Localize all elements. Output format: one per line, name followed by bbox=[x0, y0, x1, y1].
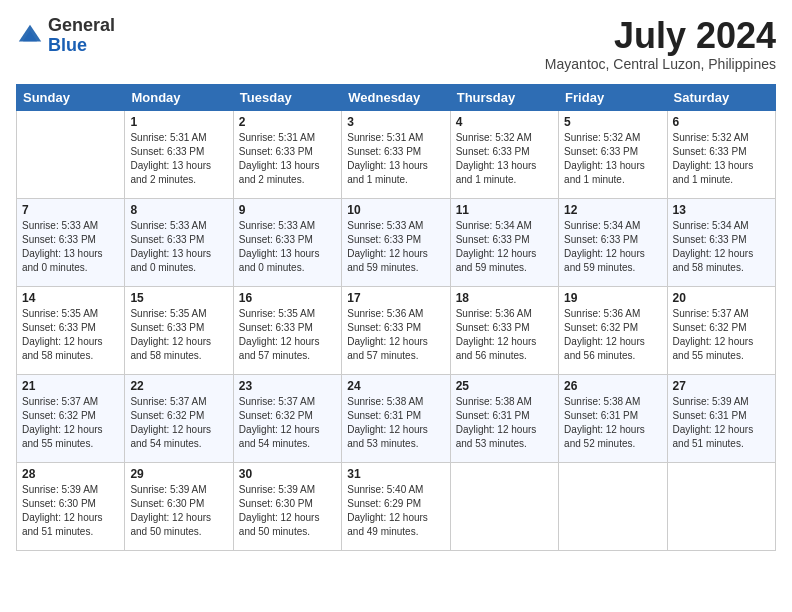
day-number: 26 bbox=[564, 379, 661, 393]
calendar-week-row: 28Sunrise: 5:39 AM Sunset: 6:30 PM Dayli… bbox=[17, 462, 776, 550]
calendar-table: SundayMondayTuesdayWednesdayThursdayFrid… bbox=[16, 84, 776, 551]
day-info: Sunrise: 5:39 AM Sunset: 6:30 PM Dayligh… bbox=[239, 483, 336, 539]
day-info: Sunrise: 5:33 AM Sunset: 6:33 PM Dayligh… bbox=[347, 219, 444, 275]
day-number: 3 bbox=[347, 115, 444, 129]
page-header: General Blue July 2024 Mayantoc, Central… bbox=[16, 16, 776, 72]
day-number: 21 bbox=[22, 379, 119, 393]
calendar-cell: 23Sunrise: 5:37 AM Sunset: 6:32 PM Dayli… bbox=[233, 374, 341, 462]
calendar-cell: 6Sunrise: 5:32 AM Sunset: 6:33 PM Daylig… bbox=[667, 110, 775, 198]
day-number: 22 bbox=[130, 379, 227, 393]
day-info: Sunrise: 5:37 AM Sunset: 6:32 PM Dayligh… bbox=[130, 395, 227, 451]
day-info: Sunrise: 5:31 AM Sunset: 6:33 PM Dayligh… bbox=[130, 131, 227, 187]
day-number: 13 bbox=[673, 203, 770, 217]
day-info: Sunrise: 5:33 AM Sunset: 6:33 PM Dayligh… bbox=[22, 219, 119, 275]
logo-general: General bbox=[48, 15, 115, 35]
weekday-header-wednesday: Wednesday bbox=[342, 84, 450, 110]
day-info: Sunrise: 5:35 AM Sunset: 6:33 PM Dayligh… bbox=[22, 307, 119, 363]
day-number: 8 bbox=[130, 203, 227, 217]
calendar-cell: 14Sunrise: 5:35 AM Sunset: 6:33 PM Dayli… bbox=[17, 286, 125, 374]
day-info: Sunrise: 5:36 AM Sunset: 6:33 PM Dayligh… bbox=[347, 307, 444, 363]
day-number: 10 bbox=[347, 203, 444, 217]
calendar-cell: 3Sunrise: 5:31 AM Sunset: 6:33 PM Daylig… bbox=[342, 110, 450, 198]
logo-icon bbox=[16, 22, 44, 50]
day-number: 17 bbox=[347, 291, 444, 305]
day-info: Sunrise: 5:40 AM Sunset: 6:29 PM Dayligh… bbox=[347, 483, 444, 539]
day-number: 30 bbox=[239, 467, 336, 481]
calendar-cell: 16Sunrise: 5:35 AM Sunset: 6:33 PM Dayli… bbox=[233, 286, 341, 374]
month-title: July 2024 bbox=[545, 16, 776, 56]
calendar-cell: 1Sunrise: 5:31 AM Sunset: 6:33 PM Daylig… bbox=[125, 110, 233, 198]
day-info: Sunrise: 5:39 AM Sunset: 6:31 PM Dayligh… bbox=[673, 395, 770, 451]
day-info: Sunrise: 5:32 AM Sunset: 6:33 PM Dayligh… bbox=[456, 131, 553, 187]
calendar-cell bbox=[559, 462, 667, 550]
day-number: 18 bbox=[456, 291, 553, 305]
weekday-header-saturday: Saturday bbox=[667, 84, 775, 110]
day-number: 1 bbox=[130, 115, 227, 129]
day-number: 25 bbox=[456, 379, 553, 393]
day-info: Sunrise: 5:34 AM Sunset: 6:33 PM Dayligh… bbox=[673, 219, 770, 275]
logo: General Blue bbox=[16, 16, 115, 56]
day-info: Sunrise: 5:37 AM Sunset: 6:32 PM Dayligh… bbox=[673, 307, 770, 363]
day-info: Sunrise: 5:37 AM Sunset: 6:32 PM Dayligh… bbox=[239, 395, 336, 451]
calendar-cell: 9Sunrise: 5:33 AM Sunset: 6:33 PM Daylig… bbox=[233, 198, 341, 286]
calendar-cell: 18Sunrise: 5:36 AM Sunset: 6:33 PM Dayli… bbox=[450, 286, 558, 374]
calendar-cell: 11Sunrise: 5:34 AM Sunset: 6:33 PM Dayli… bbox=[450, 198, 558, 286]
calendar-cell: 13Sunrise: 5:34 AM Sunset: 6:33 PM Dayli… bbox=[667, 198, 775, 286]
day-number: 24 bbox=[347, 379, 444, 393]
day-number: 20 bbox=[673, 291, 770, 305]
weekday-header-thursday: Thursday bbox=[450, 84, 558, 110]
calendar-week-row: 21Sunrise: 5:37 AM Sunset: 6:32 PM Dayli… bbox=[17, 374, 776, 462]
day-number: 16 bbox=[239, 291, 336, 305]
logo-text: General Blue bbox=[48, 16, 115, 56]
day-info: Sunrise: 5:36 AM Sunset: 6:33 PM Dayligh… bbox=[456, 307, 553, 363]
calendar-week-row: 7Sunrise: 5:33 AM Sunset: 6:33 PM Daylig… bbox=[17, 198, 776, 286]
weekday-header-row: SundayMondayTuesdayWednesdayThursdayFrid… bbox=[17, 84, 776, 110]
weekday-header-monday: Monday bbox=[125, 84, 233, 110]
calendar-cell bbox=[450, 462, 558, 550]
day-number: 28 bbox=[22, 467, 119, 481]
calendar-cell: 24Sunrise: 5:38 AM Sunset: 6:31 PM Dayli… bbox=[342, 374, 450, 462]
calendar-cell: 5Sunrise: 5:32 AM Sunset: 6:33 PM Daylig… bbox=[559, 110, 667, 198]
day-number: 31 bbox=[347, 467, 444, 481]
weekday-header-friday: Friday bbox=[559, 84, 667, 110]
day-info: Sunrise: 5:38 AM Sunset: 6:31 PM Dayligh… bbox=[564, 395, 661, 451]
day-number: 27 bbox=[673, 379, 770, 393]
weekday-header-sunday: Sunday bbox=[17, 84, 125, 110]
day-info: Sunrise: 5:37 AM Sunset: 6:32 PM Dayligh… bbox=[22, 395, 119, 451]
title-block: July 2024 Mayantoc, Central Luzon, Phili… bbox=[545, 16, 776, 72]
day-info: Sunrise: 5:34 AM Sunset: 6:33 PM Dayligh… bbox=[456, 219, 553, 275]
calendar-cell: 27Sunrise: 5:39 AM Sunset: 6:31 PM Dayli… bbox=[667, 374, 775, 462]
calendar-cell: 2Sunrise: 5:31 AM Sunset: 6:33 PM Daylig… bbox=[233, 110, 341, 198]
calendar-cell: 12Sunrise: 5:34 AM Sunset: 6:33 PM Dayli… bbox=[559, 198, 667, 286]
calendar-cell: 10Sunrise: 5:33 AM Sunset: 6:33 PM Dayli… bbox=[342, 198, 450, 286]
day-number: 23 bbox=[239, 379, 336, 393]
calendar-cell: 28Sunrise: 5:39 AM Sunset: 6:30 PM Dayli… bbox=[17, 462, 125, 550]
calendar-cell: 21Sunrise: 5:37 AM Sunset: 6:32 PM Dayli… bbox=[17, 374, 125, 462]
calendar-cell: 8Sunrise: 5:33 AM Sunset: 6:33 PM Daylig… bbox=[125, 198, 233, 286]
day-number: 12 bbox=[564, 203, 661, 217]
day-info: Sunrise: 5:31 AM Sunset: 6:33 PM Dayligh… bbox=[239, 131, 336, 187]
location: Mayantoc, Central Luzon, Philippines bbox=[545, 56, 776, 72]
calendar-cell: 22Sunrise: 5:37 AM Sunset: 6:32 PM Dayli… bbox=[125, 374, 233, 462]
day-info: Sunrise: 5:33 AM Sunset: 6:33 PM Dayligh… bbox=[130, 219, 227, 275]
day-number: 29 bbox=[130, 467, 227, 481]
day-info: Sunrise: 5:32 AM Sunset: 6:33 PM Dayligh… bbox=[673, 131, 770, 187]
day-info: Sunrise: 5:33 AM Sunset: 6:33 PM Dayligh… bbox=[239, 219, 336, 275]
calendar-week-row: 14Sunrise: 5:35 AM Sunset: 6:33 PM Dayli… bbox=[17, 286, 776, 374]
day-number: 4 bbox=[456, 115, 553, 129]
day-info: Sunrise: 5:39 AM Sunset: 6:30 PM Dayligh… bbox=[22, 483, 119, 539]
day-info: Sunrise: 5:31 AM Sunset: 6:33 PM Dayligh… bbox=[347, 131, 444, 187]
day-info: Sunrise: 5:36 AM Sunset: 6:32 PM Dayligh… bbox=[564, 307, 661, 363]
logo-blue: Blue bbox=[48, 35, 87, 55]
calendar-cell: 29Sunrise: 5:39 AM Sunset: 6:30 PM Dayli… bbox=[125, 462, 233, 550]
day-number: 14 bbox=[22, 291, 119, 305]
day-number: 9 bbox=[239, 203, 336, 217]
calendar-cell: 15Sunrise: 5:35 AM Sunset: 6:33 PM Dayli… bbox=[125, 286, 233, 374]
calendar-cell: 26Sunrise: 5:38 AM Sunset: 6:31 PM Dayli… bbox=[559, 374, 667, 462]
calendar-cell: 25Sunrise: 5:38 AM Sunset: 6:31 PM Dayli… bbox=[450, 374, 558, 462]
calendar-cell: 17Sunrise: 5:36 AM Sunset: 6:33 PM Dayli… bbox=[342, 286, 450, 374]
day-number: 15 bbox=[130, 291, 227, 305]
calendar-cell: 19Sunrise: 5:36 AM Sunset: 6:32 PM Dayli… bbox=[559, 286, 667, 374]
day-number: 5 bbox=[564, 115, 661, 129]
day-info: Sunrise: 5:35 AM Sunset: 6:33 PM Dayligh… bbox=[239, 307, 336, 363]
